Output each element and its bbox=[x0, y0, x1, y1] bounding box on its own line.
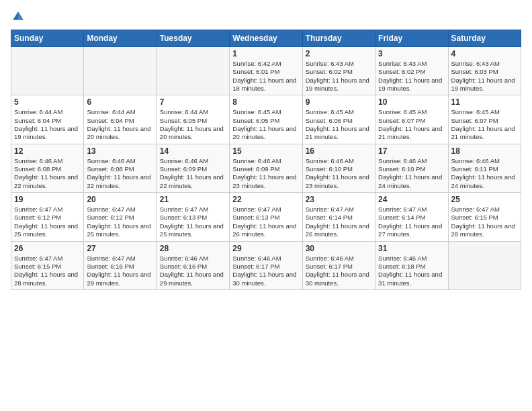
calendar-cell: 26Sunrise: 6:47 AM Sunset: 6:15 PM Dayli… bbox=[11, 241, 84, 289]
day-number: 19 bbox=[14, 195, 81, 204]
calendar-cell: 19Sunrise: 6:47 AM Sunset: 6:12 PM Dayli… bbox=[11, 193, 84, 241]
calendar-cell: 29Sunrise: 6:46 AM Sunset: 6:17 PM Dayli… bbox=[230, 241, 302, 289]
day-number: 16 bbox=[306, 146, 372, 156]
day-number: 14 bbox=[160, 146, 226, 156]
calendar-cell: 31Sunrise: 6:46 AM Sunset: 6:18 PM Dayli… bbox=[375, 241, 448, 289]
calendar-cell: 4Sunrise: 6:43 AM Sunset: 6:03 PM Daylig… bbox=[448, 47, 521, 95]
day-number: 23 bbox=[306, 195, 372, 204]
day-detail: Sunrise: 6:47 AM Sunset: 6:13 PM Dayligh… bbox=[160, 205, 226, 238]
day-number: 9 bbox=[306, 97, 372, 107]
calendar-cell: 13Sunrise: 6:46 AM Sunset: 6:08 PM Dayli… bbox=[84, 144, 157, 192]
day-detail: Sunrise: 6:46 AM Sunset: 6:08 PM Dayligh… bbox=[14, 157, 81, 190]
weekday-header-thursday: Thursday bbox=[302, 30, 375, 47]
day-number: 7 bbox=[160, 97, 226, 107]
day-number: 18 bbox=[451, 146, 518, 156]
day-number: 11 bbox=[451, 97, 518, 107]
day-number: 3 bbox=[378, 49, 445, 58]
logo-icon bbox=[11, 9, 26, 24]
calendar-cell: 7Sunrise: 6:44 AM Sunset: 6:05 PM Daylig… bbox=[157, 95, 229, 144]
day-detail: Sunrise: 6:46 AM Sunset: 6:17 PM Dayligh… bbox=[232, 255, 299, 287]
day-number: 25 bbox=[451, 195, 518, 204]
day-detail: Sunrise: 6:46 AM Sunset: 6:09 PM Dayligh… bbox=[160, 157, 226, 190]
calendar-cell bbox=[11, 47, 84, 95]
calendar-cell: 27Sunrise: 6:47 AM Sunset: 6:16 PM Dayli… bbox=[84, 241, 157, 289]
day-number: 26 bbox=[14, 244, 81, 253]
day-detail: Sunrise: 6:47 AM Sunset: 6:14 PM Dayligh… bbox=[378, 205, 445, 238]
calendar-cell: 28Sunrise: 6:46 AM Sunset: 6:16 PM Dayli… bbox=[157, 241, 229, 289]
day-detail: Sunrise: 6:46 AM Sunset: 6:16 PM Dayligh… bbox=[160, 255, 226, 287]
day-number: 15 bbox=[232, 146, 299, 156]
day-number: 12 bbox=[14, 146, 81, 156]
calendar-week-row: 26Sunrise: 6:47 AM Sunset: 6:15 PM Dayli… bbox=[11, 241, 521, 289]
day-detail: Sunrise: 6:43 AM Sunset: 6:03 PM Dayligh… bbox=[451, 60, 518, 93]
day-detail: Sunrise: 6:44 AM Sunset: 6:04 PM Dayligh… bbox=[87, 108, 153, 141]
calendar-cell: 25Sunrise: 6:47 AM Sunset: 6:15 PM Dayli… bbox=[448, 193, 521, 241]
logo bbox=[11, 9, 28, 24]
day-number: 28 bbox=[160, 244, 226, 253]
calendar-cell: 2Sunrise: 6:43 AM Sunset: 6:02 PM Daylig… bbox=[302, 47, 375, 95]
calendar-cell: 1Sunrise: 6:42 AM Sunset: 6:01 PM Daylig… bbox=[230, 47, 302, 95]
calendar-cell: 20Sunrise: 6:47 AM Sunset: 6:12 PM Dayli… bbox=[84, 193, 157, 241]
calendar-cell: 14Sunrise: 6:46 AM Sunset: 6:09 PM Dayli… bbox=[157, 144, 229, 192]
day-number: 5 bbox=[14, 97, 81, 107]
calendar-cell: 8Sunrise: 6:45 AM Sunset: 6:05 PM Daylig… bbox=[230, 95, 302, 144]
day-detail: Sunrise: 6:46 AM Sunset: 6:10 PM Dayligh… bbox=[378, 157, 445, 190]
day-number: 1 bbox=[232, 49, 299, 58]
day-detail: Sunrise: 6:47 AM Sunset: 6:12 PM Dayligh… bbox=[14, 205, 81, 238]
day-detail: Sunrise: 6:46 AM Sunset: 6:08 PM Dayligh… bbox=[87, 157, 153, 190]
day-detail: Sunrise: 6:46 AM Sunset: 6:11 PM Dayligh… bbox=[451, 157, 518, 190]
weekday-header-saturday: Saturday bbox=[448, 30, 521, 47]
page-header bbox=[11, 9, 521, 24]
day-number: 13 bbox=[87, 146, 153, 156]
day-number: 8 bbox=[232, 97, 299, 107]
day-number: 21 bbox=[160, 195, 226, 204]
day-detail: Sunrise: 6:47 AM Sunset: 6:16 PM Dayligh… bbox=[87, 255, 153, 287]
day-number: 29 bbox=[232, 244, 299, 253]
calendar-cell: 22Sunrise: 6:47 AM Sunset: 6:13 PM Dayli… bbox=[230, 193, 302, 241]
calendar-cell: 23Sunrise: 6:47 AM Sunset: 6:14 PM Dayli… bbox=[302, 193, 375, 241]
day-detail: Sunrise: 6:46 AM Sunset: 6:09 PM Dayligh… bbox=[232, 157, 299, 190]
day-detail: Sunrise: 6:45 AM Sunset: 6:05 PM Dayligh… bbox=[232, 108, 299, 141]
calendar-cell: 15Sunrise: 6:46 AM Sunset: 6:09 PM Dayli… bbox=[230, 144, 302, 192]
day-detail: Sunrise: 6:44 AM Sunset: 6:04 PM Dayligh… bbox=[14, 108, 81, 141]
calendar-cell: 16Sunrise: 6:46 AM Sunset: 6:10 PM Dayli… bbox=[302, 144, 375, 192]
day-detail: Sunrise: 6:42 AM Sunset: 6:01 PM Dayligh… bbox=[232, 60, 299, 93]
calendar-week-row: 19Sunrise: 6:47 AM Sunset: 6:12 PM Dayli… bbox=[11, 193, 521, 241]
calendar-header-row: SundayMondayTuesdayWednesdayThursdayFrid… bbox=[11, 30, 521, 47]
calendar-cell: 5Sunrise: 6:44 AM Sunset: 6:04 PM Daylig… bbox=[11, 95, 84, 144]
calendar-cell bbox=[157, 47, 229, 95]
calendar-cell bbox=[84, 47, 157, 95]
day-number: 4 bbox=[451, 49, 518, 58]
day-number: 17 bbox=[378, 146, 445, 156]
day-detail: Sunrise: 6:45 AM Sunset: 6:06 PM Dayligh… bbox=[306, 108, 372, 141]
calendar-cell: 30Sunrise: 6:46 AM Sunset: 6:17 PM Dayli… bbox=[302, 241, 375, 289]
day-number: 30 bbox=[306, 244, 372, 253]
calendar-cell: 10Sunrise: 6:45 AM Sunset: 6:07 PM Dayli… bbox=[375, 95, 448, 144]
calendar-week-row: 1Sunrise: 6:42 AM Sunset: 6:01 PM Daylig… bbox=[11, 47, 521, 95]
calendar-table: SundayMondayTuesdayWednesdayThursdayFrid… bbox=[11, 30, 521, 290]
calendar-cell: 21Sunrise: 6:47 AM Sunset: 6:13 PM Dayli… bbox=[157, 193, 229, 241]
weekday-header-friday: Friday bbox=[375, 30, 448, 47]
day-detail: Sunrise: 6:47 AM Sunset: 6:15 PM Dayligh… bbox=[451, 205, 518, 238]
calendar-week-row: 12Sunrise: 6:46 AM Sunset: 6:08 PM Dayli… bbox=[11, 144, 521, 192]
weekday-header-monday: Monday bbox=[84, 30, 157, 47]
weekday-header-wednesday: Wednesday bbox=[230, 30, 302, 47]
calendar-cell: 9Sunrise: 6:45 AM Sunset: 6:06 PM Daylig… bbox=[302, 95, 375, 144]
calendar-cell: 18Sunrise: 6:46 AM Sunset: 6:11 PM Dayli… bbox=[448, 144, 521, 192]
day-detail: Sunrise: 6:45 AM Sunset: 6:07 PM Dayligh… bbox=[451, 108, 518, 141]
day-detail: Sunrise: 6:43 AM Sunset: 6:02 PM Dayligh… bbox=[306, 60, 372, 93]
calendar-cell: 11Sunrise: 6:45 AM Sunset: 6:07 PM Dayli… bbox=[448, 95, 521, 144]
day-number: 10 bbox=[378, 97, 445, 107]
calendar-cell: 6Sunrise: 6:44 AM Sunset: 6:04 PM Daylig… bbox=[84, 95, 157, 144]
day-detail: Sunrise: 6:44 AM Sunset: 6:05 PM Dayligh… bbox=[160, 108, 226, 141]
day-detail: Sunrise: 6:46 AM Sunset: 6:18 PM Dayligh… bbox=[378, 255, 445, 287]
calendar-week-row: 5Sunrise: 6:44 AM Sunset: 6:04 PM Daylig… bbox=[11, 95, 521, 144]
day-detail: Sunrise: 6:47 AM Sunset: 6:13 PM Dayligh… bbox=[232, 205, 299, 238]
day-detail: Sunrise: 6:47 AM Sunset: 6:14 PM Dayligh… bbox=[306, 205, 372, 238]
day-detail: Sunrise: 6:46 AM Sunset: 6:10 PM Dayligh… bbox=[306, 157, 372, 190]
day-detail: Sunrise: 6:45 AM Sunset: 6:07 PM Dayligh… bbox=[378, 108, 445, 141]
calendar-cell: 12Sunrise: 6:46 AM Sunset: 6:08 PM Dayli… bbox=[11, 144, 84, 192]
day-detail: Sunrise: 6:46 AM Sunset: 6:17 PM Dayligh… bbox=[306, 255, 372, 287]
day-number: 27 bbox=[87, 244, 153, 253]
day-number: 31 bbox=[378, 244, 445, 253]
